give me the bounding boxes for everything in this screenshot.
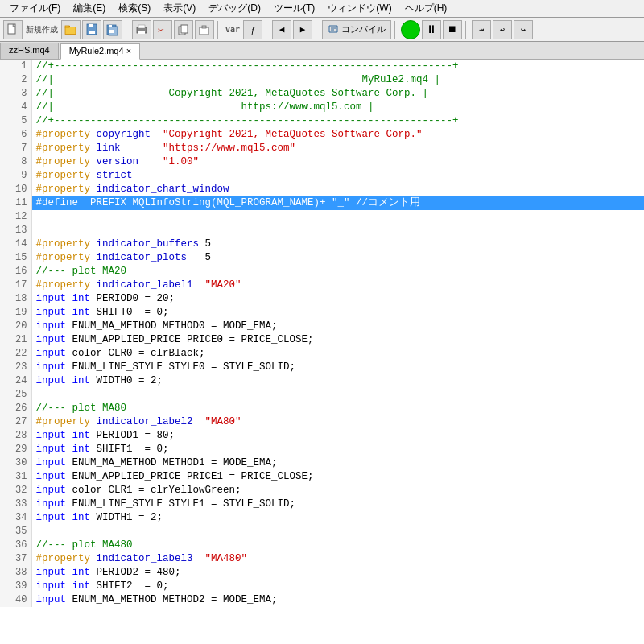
line-num: 9 — [0, 169, 32, 183]
line-num: 34 — [0, 511, 32, 525]
line-num: 38 — [0, 566, 32, 580]
table-row: 22 input color CLR0 = clrBlack; — [0, 347, 644, 361]
line-content: input color CLR0 = clrBlack; — [32, 347, 644, 361]
table-row: 28 input int PERIOD1 = 80; — [0, 429, 644, 443]
line-content: input ENUM_APPLIED_PRICE PRICE1 = PRICE_… — [32, 470, 644, 484]
line-content: //+-------------------------------------… — [32, 60, 644, 73]
table-row: 18 input int PERIOD0 = 20; — [0, 292, 644, 306]
compile-btn[interactable]: コンパイル — [322, 20, 391, 39]
menu-view[interactable]: 表示(V) — [157, 0, 202, 17]
line-content: #property indicator_label2 "MA80" — [32, 415, 644, 429]
menu-window[interactable]: ウィンドウ(W) — [321, 0, 398, 17]
line-num: 33 — [0, 497, 32, 511]
line-num: 18 — [0, 292, 32, 306]
step-btn1[interactable]: ⇥ — [472, 20, 491, 39]
save-btn[interactable] — [82, 20, 101, 39]
menu-search[interactable]: 検索(S) — [112, 0, 157, 17]
table-row: 11 #define PREFIX MQLInfoString(MQL_PROG… — [0, 196, 644, 210]
tab-myrule2[interactable]: MyRule2.mq4 × — [60, 43, 140, 60]
table-row: 7 #property link "https://www.mql5.com" — [0, 142, 644, 155]
line-content: //--- plot MA80 — [32, 402, 644, 415]
line-num: 29 — [0, 443, 32, 456]
table-row: 5 //+-----------------------------------… — [0, 114, 644, 128]
back-btn[interactable]: ◀ — [272, 20, 291, 39]
menu-file[interactable]: ファイル(F) — [3, 0, 67, 17]
table-row: 13 — [0, 224, 644, 237]
table-row: 2 //| MyRule2.mq4 | — [0, 73, 644, 87]
tab-zzhs[interactable]: zzHS.mq4 — [0, 43, 59, 59]
line-num: 27 — [0, 415, 32, 429]
table-row: 40 input ENUM_MA_METHOD METHOD2 = MODE_E… — [0, 593, 644, 607]
table-row: 23 input ENUM_LINE_STYLE STYLE0 = STYLE_… — [0, 361, 644, 374]
line-content: input ENUM_LINE_STYLE STYLE0 = STYLE_SOL… — [32, 361, 644, 374]
toolbar: 新規作成 ✂ — [0, 18, 644, 42]
code-editor[interactable]: 1 //+-----------------------------------… — [0, 60, 644, 644]
open-file-btn[interactable] — [61, 20, 80, 39]
step-btn2[interactable]: ↩ — [493, 20, 512, 39]
line-num: 3 — [0, 87, 32, 101]
menu-edit[interactable]: 編集(E) — [67, 0, 112, 17]
table-row: 30 input ENUM_MA_METHOD METHOD1 = MODE_E… — [0, 456, 644, 470]
table-row: 16 //--- plot MA20 — [0, 265, 644, 279]
line-num: 14 — [0, 237, 32, 251]
step-btn3[interactable]: ↪ — [514, 20, 533, 39]
menu-debug[interactable]: デバッグ(D) — [202, 0, 267, 17]
print-btn[interactable] — [132, 20, 151, 39]
line-content: input int PERIOD0 = 20; — [32, 292, 644, 306]
table-row: 3 //| Copyright 2021, MetaQuotes Softwar… — [0, 87, 644, 101]
line-num: 17 — [0, 279, 32, 292]
table-row: 1 //+-----------------------------------… — [0, 60, 644, 73]
table-row: 31 input ENUM_APPLIED_PRICE PRICE1 = PRI… — [0, 470, 644, 484]
svg-rect-3 — [65, 26, 69, 27]
svg-rect-9 — [109, 25, 112, 27]
copy-btn[interactable] — [174, 20, 193, 39]
table-row: 29 input int SHIFT1 = 0; — [0, 443, 644, 456]
run-btn[interactable] — [401, 20, 420, 39]
new-button[interactable] — [3, 20, 23, 39]
line-num: 26 — [0, 402, 32, 415]
sep6 — [465, 21, 469, 39]
line-content: //--- plot MA480 — [32, 539, 644, 552]
line-content: input ENUM_LINE_STYLE STYLE1 = STYLE_SOL… — [32, 497, 644, 511]
table-row: 20 input ENUM_MA_METHOD METHOD0 = MODE_E… — [0, 320, 644, 333]
table-row: 8 #property version "1.00" — [0, 155, 644, 169]
line-content: #property indicator_plots 5 — [32, 251, 644, 265]
table-row: 15 #property indicator_plots 5 — [0, 251, 644, 265]
menu-help[interactable]: ヘルプ(H) — [398, 0, 454, 17]
line-num: 11 — [0, 196, 32, 210]
line-content — [32, 224, 644, 237]
paste-btn[interactable] — [195, 20, 214, 39]
sep4 — [316, 21, 319, 39]
table-row: 35 — [0, 525, 644, 539]
line-content: #property indicator_label1 "MA20" — [32, 279, 644, 292]
pause-btn[interactable]: ⏸ — [422, 20, 441, 39]
fwd-btn[interactable]: ▶ — [293, 20, 312, 39]
save-all-btn[interactable] — [103, 20, 122, 39]
line-content: input int PERIOD1 = 80; — [32, 429, 644, 443]
line-content: input ENUM_APPLIED_PRICE PRICE0 = PRICE_… — [32, 333, 644, 347]
line-num: 5 — [0, 114, 32, 128]
line-content: input int SHIFT2 = 0; — [32, 580, 644, 593]
svg-rect-10 — [109, 30, 114, 33]
line-num: 2 — [0, 73, 32, 87]
sep1 — [126, 21, 129, 39]
menubar: ファイル(F) 編集(E) 検索(S) 表示(V) デバッグ(D) ツール(T)… — [0, 0, 644, 18]
cut-btn[interactable]: ✂ — [153, 20, 172, 39]
line-num: 10 — [0, 183, 32, 196]
line-content-selected: #define PREFIX MQLInfoString(MQL_PROGRAM… — [32, 196, 644, 210]
func-btn[interactable]: f — [243, 20, 262, 39]
menu-tools[interactable]: ツール(T) — [267, 0, 321, 17]
line-num: 30 — [0, 456, 32, 470]
table-row: 21 input ENUM_APPLIED_PRICE PRICE0 = PRI… — [0, 333, 644, 347]
line-content — [32, 388, 644, 402]
line-content: //| https://www.mql5.com | — [32, 101, 644, 114]
line-content: #property indicator_buffers 5 — [32, 237, 644, 251]
line-content — [32, 525, 644, 539]
line-num: 7 — [0, 142, 32, 155]
line-content: input int SHIFT0 = 0; — [32, 306, 644, 320]
var-label: var — [224, 25, 242, 34]
stop-btn[interactable]: ⏹ — [443, 20, 462, 39]
line-num: 39 — [0, 580, 32, 593]
svg-rect-12 — [138, 25, 145, 28]
table-row: 32 input color CLR1 = clrYellowGreen; — [0, 484, 644, 497]
